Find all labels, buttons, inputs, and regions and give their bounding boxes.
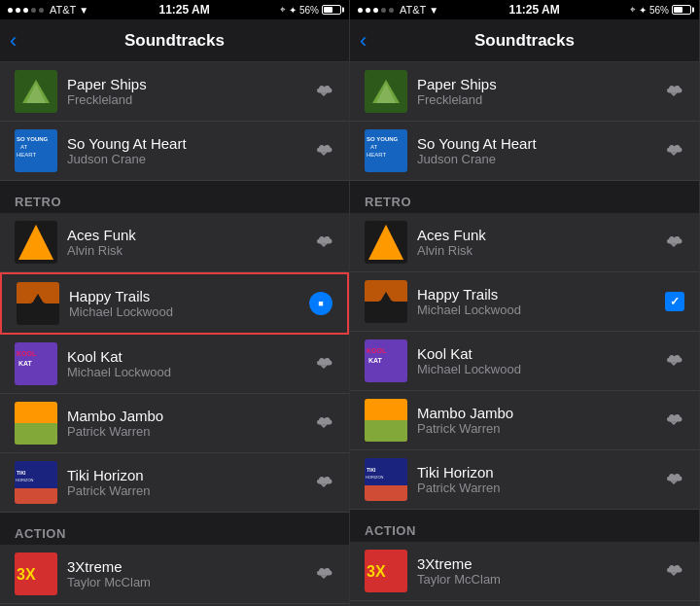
back-button[interactable]: ‹ <box>360 28 367 53</box>
track-item[interactable]: Happy Trails Michael Lockwood ✓ <box>350 272 699 332</box>
track-item[interactable]: 3X 3Xtreme Taylor McClam <box>0 545 349 604</box>
svg-point-16 <box>26 311 34 319</box>
track-item[interactable]: Paper Ships Freckleland <box>350 62 699 122</box>
track-item[interactable]: SO YOUNGATHEART So Young At Heart Judson… <box>350 122 699 181</box>
signal-dot-5 <box>389 8 394 13</box>
track-name: 3Xtreme <box>417 555 653 572</box>
track-action[interactable] <box>663 232 684 252</box>
svg-text:3X: 3X <box>17 566 36 583</box>
track-name: Tiki Horizon <box>67 467 303 483</box>
track-action[interactable] <box>663 82 684 101</box>
track-info: Kool Kat Michael Lockwood <box>417 345 653 376</box>
track-artist: Taylor McClam <box>67 575 303 589</box>
track-action[interactable]: ✓ <box>665 292 684 311</box>
track-action[interactable] <box>313 564 334 584</box>
track-action[interactable] <box>663 351 684 371</box>
track-info: Tiki Horizon Patrick Warren <box>417 464 653 495</box>
svg-text:AT: AT <box>20 144 28 150</box>
track-info: Tiki Horizon Patrick Warren <box>67 467 303 498</box>
back-button[interactable]: ‹ <box>10 28 17 53</box>
status-left: AT&T ▼ <box>358 4 438 16</box>
album-art <box>15 70 57 113</box>
signal-dot-3 <box>23 8 28 13</box>
nav-bar: ‹ Soundtracks <box>0 19 349 62</box>
track-action[interactable] <box>313 141 334 160</box>
track-name: Paper Ships <box>417 76 653 92</box>
svg-point-55 <box>390 309 398 317</box>
track-item[interactable]: TIKIHORIZON Tiki Horizon Patrick Warren <box>0 453 349 513</box>
track-name: So Young At Heart <box>67 135 303 152</box>
album-art: SO YOUNGATHEART <box>15 129 57 172</box>
track-item[interactable]: TIKIHORIZON Tiki Horizon Patrick Warren <box>350 450 699 510</box>
track-action[interactable] <box>313 232 334 252</box>
track-action[interactable] <box>663 561 684 581</box>
track-artist: Patrick Warren <box>417 421 653 436</box>
track-artist: Alvin Risk <box>67 243 303 258</box>
phone-panel-0: AT&T ▼ 11:25 AM ⌖ ✦ 56% ‹ Soundtracks Pa… <box>0 0 350 606</box>
carrier-label: AT&T <box>400 4 426 16</box>
track-item[interactable]: In It to Win <box>350 601 699 606</box>
track-item[interactable]: Paper Ships Freckleland <box>0 62 349 122</box>
album-art <box>365 221 407 264</box>
track-item[interactable]: Aces Funk Alvin Risk <box>0 213 349 272</box>
svg-rect-62 <box>365 420 407 442</box>
battery-percent: 56% <box>649 5 669 16</box>
track-item[interactable]: SO YOUNGATHEART So Young At Heart Judson… <box>0 122 349 181</box>
track-item[interactable]: Happy Trails Michael Lockwood <box>0 272 349 335</box>
track-item[interactable]: KOOLKAT Kool Kat Michael Lockwood <box>350 332 699 391</box>
track-artist: Judson Crane <box>417 152 653 166</box>
track-item[interactable]: KOOLKAT Kool Kat Michael Lockwood <box>0 335 349 394</box>
track-info: 3Xtreme Taylor McClam <box>67 558 303 589</box>
album-art <box>15 221 57 264</box>
track-name: Mambo Jambo <box>417 405 653 421</box>
album-art: TIKIHORIZON <box>15 461 57 504</box>
svg-text:HORIZON: HORIZON <box>16 478 34 482</box>
track-action[interactable] <box>313 473 334 492</box>
signal-dot-2 <box>366 8 370 13</box>
track-action[interactable] <box>663 410 684 430</box>
track-artist: Alvin Risk <box>417 243 653 258</box>
album-art: KOOLKAT <box>15 342 57 385</box>
track-artist: Judson Crane <box>67 152 303 166</box>
track-name: Tiki Horizon <box>417 464 653 481</box>
track-artist: Michael Lockwood <box>67 365 303 379</box>
album-art: 3X <box>15 553 57 595</box>
bluetooth-icon: ✦ <box>289 5 297 16</box>
checkmark-icon: ✓ <box>665 292 684 311</box>
track-info: Aces Funk Alvin Risk <box>417 227 653 258</box>
track-name: 3Xtreme <box>67 558 303 575</box>
track-info: Aces Funk Alvin Risk <box>67 227 303 258</box>
track-artist: Patrick Warren <box>67 483 303 498</box>
album-art <box>15 402 57 445</box>
track-item[interactable]: 3X 3Xtreme Taylor McClam <box>350 542 699 601</box>
track-item[interactable]: Mambo Jambo Patrick Warren <box>0 394 349 453</box>
track-item[interactable]: Aces Funk Alvin Risk <box>350 213 699 272</box>
section-header-retro: RETRO <box>350 189 699 213</box>
track-artist: Freckleland <box>67 92 303 107</box>
track-name: Aces Funk <box>417 227 653 243</box>
playing-icon[interactable] <box>309 292 332 315</box>
album-art <box>365 70 407 113</box>
track-action[interactable] <box>313 413 334 433</box>
track-action[interactable] <box>313 82 334 101</box>
track-info: Paper Ships Freckleland <box>417 76 653 107</box>
track-name: So Young At Heart <box>417 135 653 152</box>
track-action[interactable] <box>663 141 684 160</box>
track-name: Happy Trails <box>417 286 655 303</box>
location-icon: ⌖ <box>280 4 286 16</box>
track-artist: Michael Lockwood <box>69 304 299 319</box>
track-artist: Michael Lockwood <box>417 303 655 317</box>
track-action[interactable] <box>309 292 332 315</box>
wifi-icon: ▼ <box>429 5 438 16</box>
nav-title: Soundtracks <box>124 31 225 51</box>
album-art: 3X <box>365 550 407 592</box>
svg-point-54 <box>374 309 382 317</box>
track-item[interactable]: Mambo Jambo Patrick Warren <box>350 391 699 450</box>
track-action[interactable] <box>663 470 684 489</box>
track-action[interactable] <box>313 354 334 374</box>
album-art <box>365 280 407 323</box>
svg-text:KOOL: KOOL <box>367 347 387 354</box>
track-info: So Young At Heart Judson Crane <box>417 135 653 166</box>
signal-dot-2 <box>16 8 20 13</box>
track-name: Paper Ships <box>67 76 303 92</box>
